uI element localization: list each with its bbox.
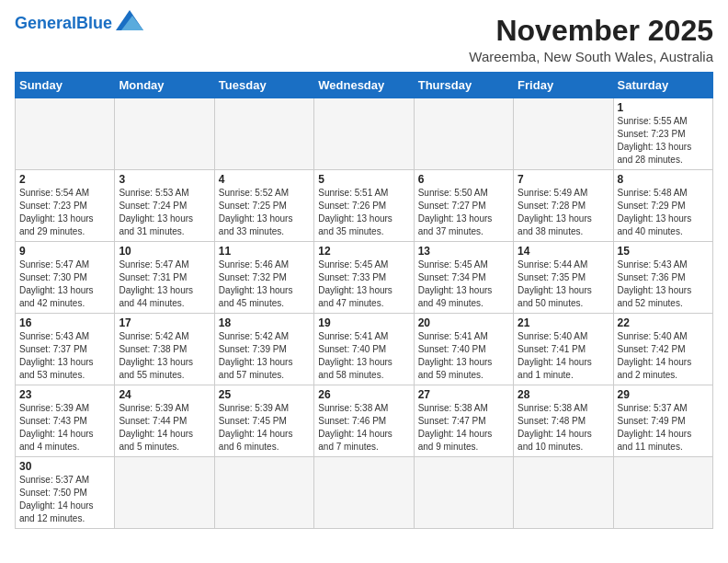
day-info: Sunrise: 5:42 AM Sunset: 7:38 PM Dayligh… xyxy=(119,330,210,382)
day-cell: 27Sunrise: 5:38 AM Sunset: 7:47 PM Dayli… xyxy=(414,385,513,457)
day-cell: 18Sunrise: 5:42 AM Sunset: 7:39 PM Dayli… xyxy=(214,314,313,385)
day-number: 27 xyxy=(418,388,509,401)
day-cell: 15Sunrise: 5:43 AM Sunset: 7:36 PM Dayli… xyxy=(613,242,712,314)
day-cell: 25Sunrise: 5:39 AM Sunset: 7:45 PM Dayli… xyxy=(214,385,313,457)
day-number: 25 xyxy=(219,388,310,401)
day-cell xyxy=(214,457,313,529)
header-wednesday: Wednesday xyxy=(314,73,414,98)
day-cell: 6Sunrise: 5:50 AM Sunset: 7:27 PM Daylig… xyxy=(414,170,513,242)
day-number: 30 xyxy=(19,460,110,473)
logo-general: General xyxy=(15,14,76,32)
day-cell: 16Sunrise: 5:43 AM Sunset: 7:37 PM Dayli… xyxy=(16,314,115,385)
header-thursday: Thursday xyxy=(414,73,513,98)
day-cell: 17Sunrise: 5:42 AM Sunset: 7:38 PM Dayli… xyxy=(115,314,214,385)
day-number: 1 xyxy=(618,101,709,114)
day-number: 21 xyxy=(518,316,609,329)
day-cell: 19Sunrise: 5:41 AM Sunset: 7:40 PM Dayli… xyxy=(314,314,414,385)
day-cell xyxy=(115,457,214,529)
day-info: Sunrise: 5:51 AM Sunset: 7:26 PM Dayligh… xyxy=(318,187,409,238)
day-info: Sunrise: 5:40 AM Sunset: 7:42 PM Dayligh… xyxy=(618,330,709,382)
day-info: Sunrise: 5:38 AM Sunset: 7:47 PM Dayligh… xyxy=(418,402,509,454)
day-number: 18 xyxy=(219,316,310,329)
day-cell: 22Sunrise: 5:40 AM Sunset: 7:42 PM Dayli… xyxy=(613,314,712,385)
day-cell xyxy=(414,98,513,170)
day-info: Sunrise: 5:50 AM Sunset: 7:27 PM Dayligh… xyxy=(418,187,509,238)
day-cell: 21Sunrise: 5:40 AM Sunset: 7:41 PM Dayli… xyxy=(514,314,613,385)
day-cell: 14Sunrise: 5:44 AM Sunset: 7:35 PM Dayli… xyxy=(514,242,613,314)
day-number: 6 xyxy=(418,173,509,186)
day-info: Sunrise: 5:53 AM Sunset: 7:24 PM Dayligh… xyxy=(119,187,210,238)
day-info: Sunrise: 5:39 AM Sunset: 7:43 PM Dayligh… xyxy=(19,402,110,454)
header-saturday: Saturday xyxy=(613,73,712,98)
week-row-0: 1Sunrise: 5:55 AM Sunset: 7:23 PM Daylig… xyxy=(16,98,713,170)
header-monday: Monday xyxy=(115,73,214,98)
day-cell: 3Sunrise: 5:53 AM Sunset: 7:24 PM Daylig… xyxy=(115,170,214,242)
day-number: 16 xyxy=(19,316,110,329)
day-info: Sunrise: 5:39 AM Sunset: 7:45 PM Dayligh… xyxy=(219,402,310,454)
day-info: Sunrise: 5:44 AM Sunset: 7:35 PM Dayligh… xyxy=(518,259,609,310)
header-friday: Friday xyxy=(514,73,613,98)
day-cell xyxy=(514,98,613,170)
day-number: 17 xyxy=(119,316,210,329)
day-cell xyxy=(16,98,115,170)
day-cell: 1Sunrise: 5:55 AM Sunset: 7:23 PM Daylig… xyxy=(613,98,712,170)
header-sunday: Sunday xyxy=(16,73,115,98)
day-cell: 13Sunrise: 5:45 AM Sunset: 7:34 PM Dayli… xyxy=(414,242,513,314)
logo-blue: Blue xyxy=(76,14,112,32)
day-cell: 12Sunrise: 5:45 AM Sunset: 7:33 PM Dayli… xyxy=(314,242,414,314)
day-number: 29 xyxy=(618,388,709,401)
day-info: Sunrise: 5:38 AM Sunset: 7:46 PM Dayligh… xyxy=(318,402,409,454)
day-cell: 20Sunrise: 5:41 AM Sunset: 7:40 PM Dayli… xyxy=(414,314,513,385)
header: GeneralBlue November 2025 Wareemba, New … xyxy=(15,15,713,64)
day-info: Sunrise: 5:52 AM Sunset: 7:25 PM Dayligh… xyxy=(219,187,310,238)
calendar-header-row: SundayMondayTuesdayWednesdayThursdayFrid… xyxy=(16,73,713,98)
day-cell xyxy=(314,457,414,529)
day-number: 3 xyxy=(119,173,210,186)
day-info: Sunrise: 5:40 AM Sunset: 7:41 PM Dayligh… xyxy=(518,330,609,382)
day-info: Sunrise: 5:47 AM Sunset: 7:31 PM Dayligh… xyxy=(119,259,210,310)
location-title: Wareemba, New South Wales, Australia xyxy=(469,49,713,64)
day-cell: 8Sunrise: 5:48 AM Sunset: 7:29 PM Daylig… xyxy=(613,170,712,242)
day-number: 22 xyxy=(618,316,709,329)
day-info: Sunrise: 5:46 AM Sunset: 7:32 PM Dayligh… xyxy=(219,259,310,310)
day-number: 23 xyxy=(19,388,110,401)
day-info: Sunrise: 5:45 AM Sunset: 7:33 PM Dayligh… xyxy=(318,259,409,310)
day-info: Sunrise: 5:41 AM Sunset: 7:40 PM Dayligh… xyxy=(318,330,409,382)
week-row-1: 2Sunrise: 5:54 AM Sunset: 7:23 PM Daylig… xyxy=(16,170,713,242)
day-cell: 29Sunrise: 5:37 AM Sunset: 7:49 PM Dayli… xyxy=(613,385,712,457)
day-cell xyxy=(115,98,214,170)
day-info: Sunrise: 5:49 AM Sunset: 7:28 PM Dayligh… xyxy=(518,187,609,238)
day-number: 5 xyxy=(318,173,409,186)
day-cell: 26Sunrise: 5:38 AM Sunset: 7:46 PM Dayli… xyxy=(314,385,414,457)
day-cell xyxy=(314,98,414,170)
day-info: Sunrise: 5:38 AM Sunset: 7:48 PM Dayligh… xyxy=(518,402,609,454)
day-info: Sunrise: 5:45 AM Sunset: 7:34 PM Dayligh… xyxy=(418,259,509,310)
day-number: 19 xyxy=(318,316,409,329)
day-info: Sunrise: 5:43 AM Sunset: 7:37 PM Dayligh… xyxy=(19,330,110,382)
day-cell: 4Sunrise: 5:52 AM Sunset: 7:25 PM Daylig… xyxy=(214,170,313,242)
day-info: Sunrise: 5:55 AM Sunset: 7:23 PM Dayligh… xyxy=(618,115,709,167)
day-cell: 2Sunrise: 5:54 AM Sunset: 7:23 PM Daylig… xyxy=(16,170,115,242)
calendar-table: SundayMondayTuesdayWednesdayThursdayFrid… xyxy=(15,72,713,529)
day-number: 24 xyxy=(119,388,210,401)
day-number: 15 xyxy=(618,245,709,258)
day-number: 11 xyxy=(219,245,310,258)
logo-icon xyxy=(116,10,143,30)
day-info: Sunrise: 5:39 AM Sunset: 7:44 PM Dayligh… xyxy=(119,402,210,454)
day-number: 10 xyxy=(119,245,210,258)
day-number: 26 xyxy=(318,388,409,401)
day-cell xyxy=(414,457,513,529)
day-number: 7 xyxy=(518,173,609,186)
day-info: Sunrise: 5:48 AM Sunset: 7:29 PM Dayligh… xyxy=(618,187,709,238)
day-number: 14 xyxy=(518,245,609,258)
header-tuesday: Tuesday xyxy=(214,73,313,98)
day-info: Sunrise: 5:37 AM Sunset: 7:49 PM Dayligh… xyxy=(618,402,709,454)
day-cell xyxy=(613,457,712,529)
week-row-2: 9Sunrise: 5:47 AM Sunset: 7:30 PM Daylig… xyxy=(16,242,713,314)
day-cell: 24Sunrise: 5:39 AM Sunset: 7:44 PM Dayli… xyxy=(115,385,214,457)
day-cell: 30Sunrise: 5:37 AM Sunset: 7:50 PM Dayli… xyxy=(16,457,115,529)
title-area: November 2025 Wareemba, New South Wales,… xyxy=(469,15,713,64)
day-cell: 23Sunrise: 5:39 AM Sunset: 7:43 PM Dayli… xyxy=(16,385,115,457)
day-number: 2 xyxy=(19,173,110,186)
day-cell: 5Sunrise: 5:51 AM Sunset: 7:26 PM Daylig… xyxy=(314,170,414,242)
